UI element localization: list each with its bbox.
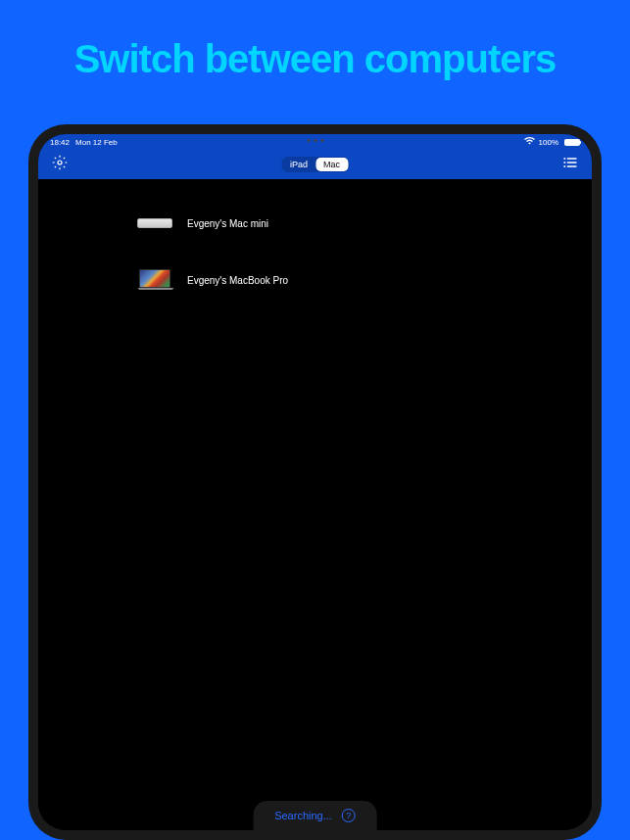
device-list: Evgeny's Mac mini Evgeny's MacBook Pro S… bbox=[38, 179, 592, 830]
device-row[interactable]: Evgeny's Mac mini bbox=[38, 204, 592, 243]
device-type-segmented-control[interactable]: iPad Mac bbox=[281, 157, 349, 172]
searching-status: Searching... ? bbox=[253, 801, 377, 830]
searching-label: Searching... bbox=[274, 810, 332, 821]
segment-ipad[interactable]: iPad bbox=[282, 158, 315, 171]
status-date: Mon 12 Feb bbox=[75, 138, 118, 147]
device-name-label: Evgeny's Mac mini bbox=[187, 218, 268, 229]
macbook-icon bbox=[138, 269, 171, 291]
device-thumbnail bbox=[136, 211, 173, 235]
settings-button[interactable] bbox=[52, 155, 68, 174]
wifi-icon bbox=[524, 137, 535, 147]
status-time: 18:42 bbox=[50, 138, 70, 147]
status-bar: 18:42 Mon 12 Feb 100% bbox=[38, 134, 592, 150]
device-thumbnail bbox=[136, 268, 173, 292]
camera-indicator bbox=[307, 139, 323, 142]
ipad-screen: 18:42 Mon 12 Feb 100% iPad Mac bbox=[38, 134, 592, 830]
svg-point-4 bbox=[564, 159, 565, 160]
list-view-button[interactable] bbox=[562, 155, 578, 174]
promo-title: Switch between computers bbox=[0, 0, 630, 81]
mac-mini-icon bbox=[137, 218, 172, 228]
svg-point-0 bbox=[58, 161, 62, 164]
svg-point-6 bbox=[564, 166, 565, 167]
device-name-label: Evgeny's MacBook Pro bbox=[187, 275, 288, 286]
battery-percent: 100% bbox=[539, 138, 558, 147]
app-header: iPad Mac bbox=[38, 150, 592, 179]
battery-icon bbox=[564, 139, 580, 146]
list-icon bbox=[562, 155, 578, 170]
svg-point-5 bbox=[564, 163, 565, 163]
device-row[interactable]: Evgeny's MacBook Pro bbox=[38, 260, 592, 300]
segment-mac[interactable]: Mac bbox=[315, 158, 348, 171]
gear-icon bbox=[52, 155, 68, 170]
ipad-frame: 18:42 Mon 12 Feb 100% iPad Mac bbox=[28, 124, 602, 840]
help-icon[interactable]: ? bbox=[342, 809, 356, 822]
